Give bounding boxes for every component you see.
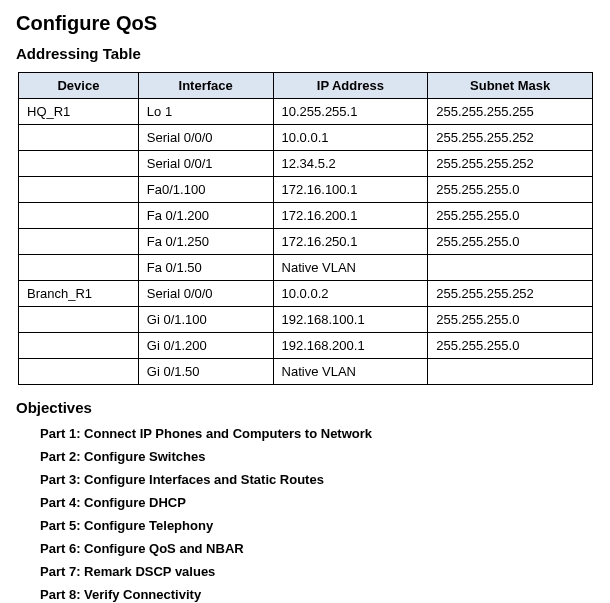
cell-ip: 172.16.100.1 xyxy=(273,177,428,203)
cell-ip: 10.255.255.1 xyxy=(273,99,428,125)
cell-device: Branch_R1 xyxy=(19,281,139,307)
cell-ip: 10.0.0.2 xyxy=(273,281,428,307)
cell-ip: 172.16.200.1 xyxy=(273,203,428,229)
cell-mask: 255.255.255.0 xyxy=(428,203,593,229)
table-row: Gi 0/1.50 Native VLAN xyxy=(19,359,593,385)
objectives-heading: Objectives xyxy=(16,399,594,416)
table-row: Branch_R1 Serial 0/0/0 10.0.0.2 255.255.… xyxy=(19,281,593,307)
cell-ip: 10.0.0.1 xyxy=(273,125,428,151)
list-item: Part 7: Remark DSCP values xyxy=(40,564,594,579)
cell-mask: 255.255.255.0 xyxy=(428,229,593,255)
cell-mask: 255.255.255.0 xyxy=(428,177,593,203)
addressing-table-heading: Addressing Table xyxy=(16,45,594,62)
cell-device xyxy=(19,359,139,385)
cell-interface: Fa0/1.100 xyxy=(138,177,273,203)
table-row: Fa 0/1.50 Native VLAN xyxy=(19,255,593,281)
cell-ip: 172.16.250.1 xyxy=(273,229,428,255)
table-row: Serial 0/0/1 12.34.5.2 255.255.255.252 xyxy=(19,151,593,177)
cell-device xyxy=(19,333,139,359)
list-item: Part 1: Connect IP Phones and Computers … xyxy=(40,426,594,441)
cell-device xyxy=(19,255,139,281)
list-item: Part 6: Configure QoS and NBAR xyxy=(40,541,594,556)
cell-device xyxy=(19,229,139,255)
cell-device xyxy=(19,125,139,151)
cell-interface: Fa 0/1.50 xyxy=(138,255,273,281)
cell-interface: Gi 0/1.50 xyxy=(138,359,273,385)
cell-interface: Fa 0/1.200 xyxy=(138,203,273,229)
table-row: Fa 0/1.200 172.16.200.1 255.255.255.0 xyxy=(19,203,593,229)
col-header-ip: IP Address xyxy=(273,73,428,99)
cell-mask: 255.255.255.252 xyxy=(428,151,593,177)
page-title: Configure QoS xyxy=(16,12,594,35)
table-row: HQ_R1 Lo 1 10.255.255.1 255.255.255.255 xyxy=(19,99,593,125)
table-header-row: Device Interface IP Address Subnet Mask xyxy=(19,73,593,99)
cell-mask: 255.255.255.0 xyxy=(428,333,593,359)
table-row: Gi 0/1.200 192.168.200.1 255.255.255.0 xyxy=(19,333,593,359)
table-row: Serial 0/0/0 10.0.0.1 255.255.255.252 xyxy=(19,125,593,151)
cell-mask xyxy=(428,255,593,281)
table-row: Fa 0/1.250 172.16.250.1 255.255.255.0 xyxy=(19,229,593,255)
cell-ip: 192.168.200.1 xyxy=(273,333,428,359)
objectives-list: Part 1: Connect IP Phones and Computers … xyxy=(40,426,594,602)
col-header-mask: Subnet Mask xyxy=(428,73,593,99)
cell-ip: Native VLAN xyxy=(273,255,428,281)
table-row: Fa0/1.100 172.16.100.1 255.255.255.0 xyxy=(19,177,593,203)
cell-device xyxy=(19,203,139,229)
list-item: Part 8: Verify Connectivity xyxy=(40,587,594,602)
cell-device xyxy=(19,177,139,203)
cell-interface: Serial 0/0/1 xyxy=(138,151,273,177)
cell-device xyxy=(19,151,139,177)
list-item: Part 2: Configure Switches xyxy=(40,449,594,464)
cell-interface: Fa 0/1.250 xyxy=(138,229,273,255)
addressing-table: Device Interface IP Address Subnet Mask … xyxy=(18,72,593,385)
cell-device: HQ_R1 xyxy=(19,99,139,125)
cell-ip: 12.34.5.2 xyxy=(273,151,428,177)
cell-mask: 255.255.255.0 xyxy=(428,307,593,333)
cell-interface: Lo 1 xyxy=(138,99,273,125)
cell-ip: 192.168.100.1 xyxy=(273,307,428,333)
list-item: Part 5: Configure Telephony xyxy=(40,518,594,533)
cell-interface: Gi 0/1.100 xyxy=(138,307,273,333)
list-item: Part 3: Configure Interfaces and Static … xyxy=(40,472,594,487)
list-item: Part 4: Configure DHCP xyxy=(40,495,594,510)
cell-mask xyxy=(428,359,593,385)
cell-interface: Serial 0/0/0 xyxy=(138,281,273,307)
cell-ip: Native VLAN xyxy=(273,359,428,385)
col-header-device: Device xyxy=(19,73,139,99)
cell-interface: Gi 0/1.200 xyxy=(138,333,273,359)
cell-mask: 255.255.255.252 xyxy=(428,281,593,307)
cell-mask: 255.255.255.252 xyxy=(428,125,593,151)
cell-device xyxy=(19,307,139,333)
cell-mask: 255.255.255.255 xyxy=(428,99,593,125)
cell-interface: Serial 0/0/0 xyxy=(138,125,273,151)
table-row: Gi 0/1.100 192.168.100.1 255.255.255.0 xyxy=(19,307,593,333)
col-header-interface: Interface xyxy=(138,73,273,99)
